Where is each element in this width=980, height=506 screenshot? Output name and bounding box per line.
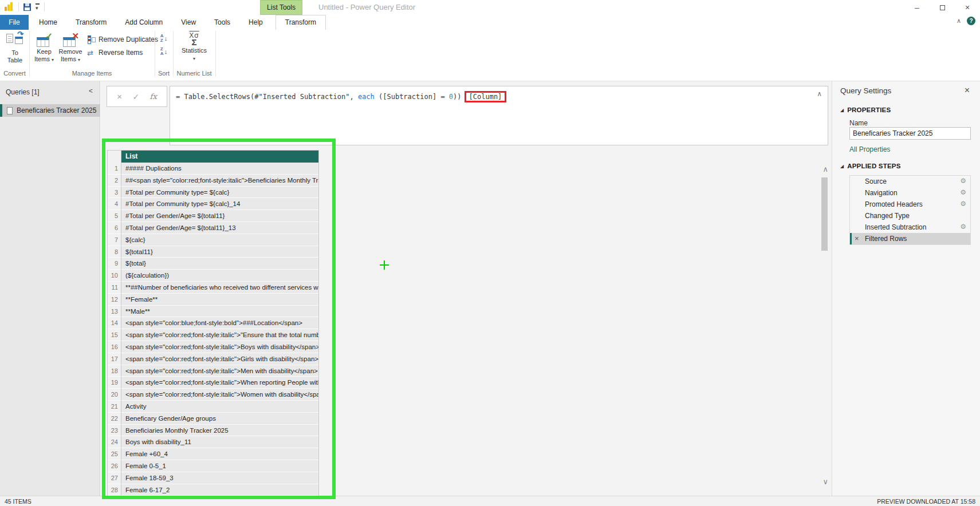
ribbon: ↷ ToTable Convert ✓ KeepItems ▾ ✕ Remove… — [0, 30, 980, 81]
applied-step-filtered-rows[interactable]: ×Filtered Rows — [850, 233, 970, 244]
tab-view[interactable]: View — [173, 15, 204, 30]
properties-section-header[interactable]: ◢ PROPERTIES — [840, 106, 891, 113]
reverse-items-icon: ⇄ — [87, 49, 96, 57]
keep-items-icon: ✓ — [37, 33, 52, 47]
dropdown-caret-icon: ▾ — [52, 57, 54, 62]
group-label-sort: Sort — [155, 70, 173, 77]
gear-icon[interactable]: ⚙ — [960, 200, 966, 208]
group-label-manage-items: Manage Items — [29, 70, 155, 77]
close-settings-icon[interactable]: × — [965, 85, 970, 96]
remove-duplicates-icon — [87, 35, 96, 44]
keep-items-button[interactable]: ✓ KeepItems ▾ — [32, 32, 56, 64]
query-icon — [7, 107, 13, 114]
query-list-item[interactable]: Beneficaries Tracker 2025 — [0, 104, 100, 117]
step-name: Inserted Subtraction — [865, 223, 926, 231]
annotation-red-box: [Column] — [465, 91, 507, 102]
group-divider — [215, 31, 216, 77]
statistics-icon: XσΣ — [189, 32, 199, 46]
tab-home[interactable]: Home — [31, 15, 65, 30]
query-name-input[interactable] — [849, 127, 971, 140]
formula-actions-box: × ✓ fx — [107, 86, 167, 107]
list-tools-contextual-header[interactable]: List Tools — [260, 0, 302, 15]
power-bi-logo-icon — [5, 2, 14, 11]
expander-icon: ◢ — [840, 108, 844, 113]
help-icon[interactable]: ? — [967, 17, 975, 25]
remove-items-icon: ✕ — [63, 33, 78, 47]
gear-icon[interactable]: ⚙ — [960, 223, 966, 231]
step-name: Filtered Rows — [865, 235, 907, 243]
collapse-ribbon-icon[interactable]: ∧ — [957, 17, 961, 25]
group-label-convert: Convert — [0, 70, 29, 77]
quick-access-toolbar: ▾ — [5, 2, 45, 11]
collapse-queries-pane-icon[interactable]: < — [89, 87, 93, 95]
crosshair-cursor-icon — [380, 260, 389, 270]
save-icon[interactable] — [23, 3, 31, 11]
statistics-button[interactable]: XσΣ Statistics▾ — [179, 32, 210, 62]
all-properties-link[interactable]: All Properties — [849, 145, 890, 153]
sort-za-icon: ZA — [160, 47, 164, 56]
window-title: Untitled - Power Query Editor — [318, 3, 415, 11]
gear-icon[interactable]: ⚙ — [960, 188, 966, 196]
delete-step-icon[interactable]: × — [855, 233, 859, 244]
customize-toolbar-caret-icon[interactable]: ▾ — [36, 3, 40, 11]
tab-help[interactable]: Help — [241, 15, 271, 30]
applied-step-promoted-headers[interactable]: Promoted Headers⚙ — [850, 199, 970, 210]
divider — [18, 2, 19, 11]
title-bar: ▾ List Tools Untitled - Power Query Edit… — [0, 0, 980, 15]
applied-step-inserted-subtraction[interactable]: Inserted Subtraction⚙ — [850, 222, 970, 233]
formula-bar[interactable]: = Table.SelectRows(#"Inserted Subtractio… — [170, 86, 828, 145]
preview-timestamp: PREVIEW DOWNLOADED AT 15:58 — [877, 498, 975, 505]
dropdown-caret-icon: ▾ — [193, 56, 195, 61]
expander-icon: ◢ — [840, 164, 844, 169]
gear-icon[interactable]: ⚙ — [960, 177, 966, 185]
to-table-button[interactable]: ↷ ToTable — [2, 32, 27, 64]
commit-formula-icon[interactable]: ✓ — [132, 92, 139, 101]
query-settings-title: Query Settings — [840, 86, 891, 95]
step-name: Source — [865, 177, 887, 185]
query-settings-panel: Query Settings × ◢ PROPERTIES Name All P… — [832, 81, 980, 496]
annotation-green-box — [102, 139, 336, 499]
applied-steps-section-header[interactable]: ◢ APPLIED STEPS — [840, 163, 901, 169]
applied-steps-list: Source⚙Navigation⚙Promoted Headers⚙Chang… — [849, 175, 971, 245]
tab-file[interactable]: File — [0, 15, 29, 30]
applied-step-navigation[interactable]: Navigation⚙ — [850, 187, 970, 199]
queries-pane: Queries [1] < Beneficaries Tracker 2025 — [0, 81, 100, 496]
step-name: Promoted Headers — [865, 200, 923, 208]
sort-descending-button[interactable]: ZA↓ — [158, 46, 170, 57]
scroll-up-icon[interactable]: ∧ — [822, 165, 828, 173]
queries-pane-header: Queries [1] — [6, 88, 40, 96]
name-label: Name — [849, 119, 868, 127]
reverse-items-button[interactable]: ⇄ Reverse Items — [87, 48, 143, 58]
step-name: Changed Type — [865, 212, 910, 220]
tab-transform-list-tools[interactable]: Transform — [275, 15, 326, 30]
tab-tools[interactable]: Tools — [206, 15, 238, 30]
selection-indicator — [0, 104, 2, 117]
remove-items-button[interactable]: ✕ RemoveItems ▾ — [57, 32, 84, 64]
formula-text[interactable]: = Table.SelectRows(#"Inserted Subtractio… — [176, 91, 506, 102]
cancel-formula-icon[interactable]: × — [117, 92, 122, 101]
remove-duplicates-button[interactable]: Remove Duplicates — [87, 34, 158, 45]
to-table-icon: ↷ — [6, 32, 23, 48]
applied-step-changed-type[interactable]: Changed Type — [850, 210, 970, 222]
tab-transform[interactable]: Transform — [68, 15, 115, 30]
scroll-down-icon[interactable]: ∨ — [822, 477, 828, 486]
ribbon-tab-row: File HomeTransformAdd ColumnViewToolsHel… — [0, 15, 980, 30]
divider — [44, 2, 45, 11]
minimize-button[interactable]: – — [904, 0, 930, 15]
sort-az-icon: AZ — [160, 34, 164, 43]
scrollbar-thumb[interactable] — [821, 177, 828, 251]
group-label-numeric-list: Numeric List — [173, 70, 215, 77]
step-name: Navigation — [865, 189, 898, 197]
maximize-button[interactable] — [930, 0, 955, 15]
preview-area: × ✓ fx = Table.SelectRows(#"Inserted Sub… — [101, 81, 832, 496]
fx-icon[interactable]: fx — [150, 92, 157, 101]
expand-formula-bar-icon[interactable]: ∧ — [817, 90, 822, 98]
applied-step-source[interactable]: Source⚙ — [850, 176, 970, 187]
close-button[interactable]: × — [955, 0, 980, 15]
item-count: 45 ITEMS — [5, 498, 32, 505]
tab-add-column[interactable]: Add Column — [117, 15, 171, 30]
query-name: Beneficaries Tracker 2025 — [17, 106, 96, 114]
dropdown-caret-icon: ▾ — [78, 57, 80, 62]
sort-ascending-button[interactable]: AZ↓ — [158, 33, 170, 44]
